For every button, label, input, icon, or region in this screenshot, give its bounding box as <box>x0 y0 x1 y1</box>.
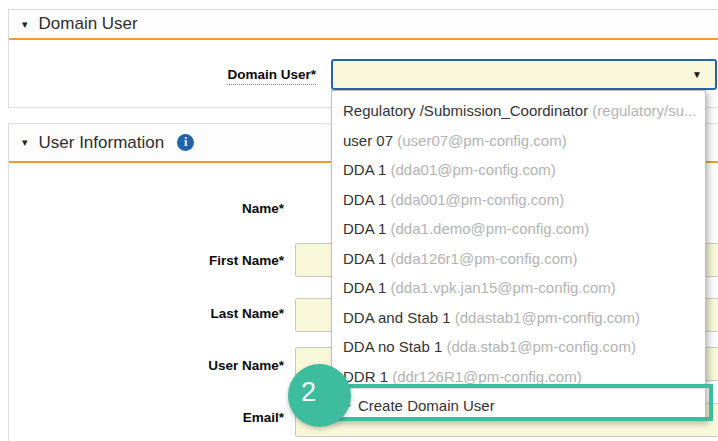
domain-user-select[interactable]: ▼ <box>331 59 717 90</box>
name-field-label: Name* <box>9 201 284 216</box>
email-field-label: Email* <box>9 410 284 425</box>
user-name-field-label: User Name* <box>9 358 284 373</box>
dropdown-item[interactable]: DDA 1 (dda001@pm-config.com) <box>332 185 705 215</box>
dropdown-item[interactable]: DDR 1 (ddr126R1@pm-config.com) <box>332 362 705 392</box>
domain-user-section-header[interactable]: ▾ Domain User <box>9 10 718 40</box>
collapse-arrow-icon[interactable]: ▾ <box>22 137 28 148</box>
domain-user-section-title: Domain User <box>39 14 138 34</box>
page: ▾ Domain User Domain User* ▼ ▾ User Info… <box>0 0 718 441</box>
dropdown-item[interactable]: DDA 1 (dda1.demo@pm-config.com) <box>332 214 705 244</box>
first-name-field-label: First Name* <box>9 253 284 268</box>
dropdown-item[interactable]: DDA 1 (dda1.vpk.jan15@pm-config.com) <box>332 273 705 303</box>
dropdown-item[interactable]: DDA no Stab 1 (dda.stab1@pm-config.com) <box>332 332 705 362</box>
dropdown-item[interactable]: DDA 1 (dda126r1@pm-config.com) <box>332 244 705 274</box>
dropdown-item[interactable]: DDA 1 (dda01@pm-config.com) <box>332 155 705 185</box>
create-domain-user-option[interactable]: + Create Domain User <box>332 388 705 421</box>
last-name-field-label: Last Name* <box>9 306 284 321</box>
dropdown-item[interactable]: user 07 (user07@pm-config.com) <box>332 126 705 156</box>
info-icon[interactable]: i <box>177 134 194 151</box>
collapse-arrow-icon[interactable]: ▾ <box>22 19 28 30</box>
domain-user-field-label: Domain User* <box>9 67 316 82</box>
create-domain-user-label: Create Domain User <box>358 397 495 414</box>
dropdown-item[interactable]: Regulatory /Submission_Coordinator (regu… <box>332 96 705 126</box>
dropdown-item[interactable]: DDA and Stab 1 (ddastab1@pm-config.com) <box>332 303 705 333</box>
select-caret-icon: ▼ <box>692 69 702 80</box>
domain-user-dropdown-list: Regulatory /Submission_Coordinator (regu… <box>331 90 706 421</box>
step-2-badge: 2 <box>288 364 351 427</box>
user-information-section-title: User Information <box>39 133 165 153</box>
step-2-number: 2 <box>301 377 316 408</box>
